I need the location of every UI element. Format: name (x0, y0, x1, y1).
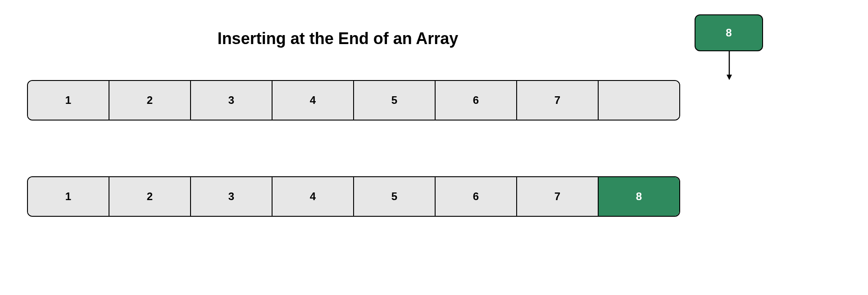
array-cell: 5 (354, 81, 436, 120)
insert-value-label: 8 (726, 27, 732, 39)
array-cell: 7 (517, 81, 599, 120)
array-cell: 1 (28, 81, 109, 120)
arrow-down-icon (727, 51, 732, 80)
array-cell: 3 (191, 177, 273, 216)
array-cell: 6 (436, 177, 517, 216)
array-row-after: 1 2 3 4 5 6 7 8 (27, 176, 680, 217)
array-cell: 2 (109, 177, 191, 216)
array-cell-empty (599, 81, 679, 120)
array-cell: 1 (28, 177, 109, 216)
array-cell: 3 (191, 81, 273, 120)
array-cell: 6 (436, 81, 517, 120)
array-cell: 4 (273, 177, 354, 216)
diagram-title: Inserting at the End of an Array (0, 29, 676, 48)
array-row-before: 1 2 3 4 5 6 7 (27, 80, 680, 121)
array-cell: 7 (517, 177, 599, 216)
array-cell: 4 (273, 81, 354, 120)
array-cell-inserted: 8 (599, 177, 679, 216)
insert-value-box: 8 (695, 14, 763, 51)
svg-marker-1 (727, 75, 732, 80)
array-cell: 5 (354, 177, 436, 216)
array-cell: 2 (109, 81, 191, 120)
